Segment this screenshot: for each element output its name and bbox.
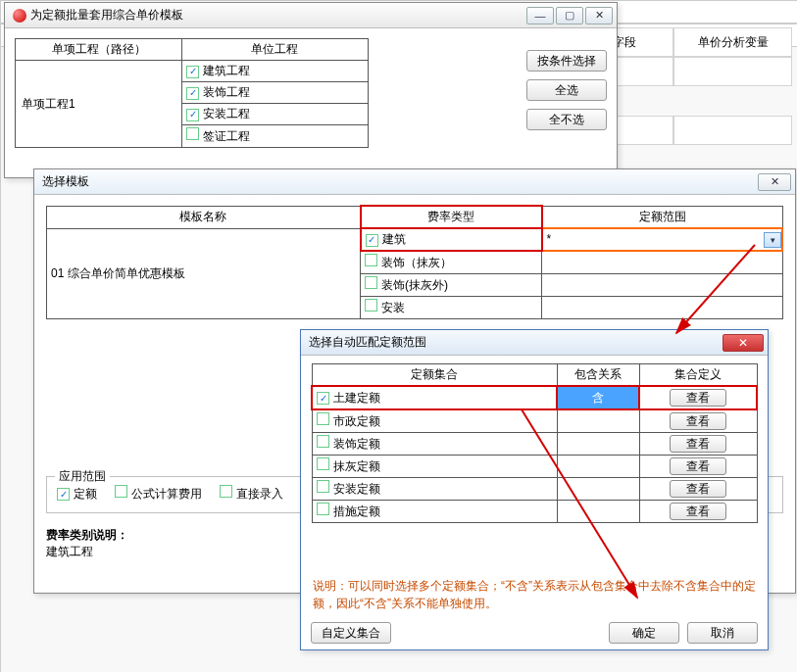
relation-cell[interactable] [557, 409, 639, 433]
scope-option[interactable]: ✓定额 [57, 486, 97, 503]
col-def-header: 集合定义 [639, 364, 757, 387]
col-rate-header: 费率类型 [361, 206, 542, 228]
def-cell: 查看 [639, 409, 757, 433]
rate-row[interactable]: 安装 [361, 297, 542, 319]
cancel-button[interactable]: 取消 [687, 622, 758, 644]
def-cell: 查看 [639, 456, 757, 478]
rate-row[interactable]: 装饰(抹灰外) [361, 274, 542, 297]
view-button[interactable]: 查看 [670, 457, 726, 475]
unit-row[interactable]: 签证工程 [182, 125, 369, 148]
scope-option[interactable]: 直接录入 [220, 485, 283, 503]
app-icon [13, 9, 26, 23]
view-button[interactable]: 查看 [670, 503, 726, 520]
col-path-header: 单项工程（路径） [16, 39, 182, 61]
def-cell: 查看 [639, 433, 757, 456]
view-button[interactable]: 查看 [670, 435, 726, 453]
scope-option[interactable]: 公式计算费用 [115, 485, 202, 503]
relation-cell[interactable]: 含 [557, 386, 639, 409]
note-label: 费率类别说明： [46, 528, 128, 542]
ok-button[interactable]: 确定 [609, 622, 679, 644]
checkbox-icon[interactable] [317, 435, 329, 448]
bg-cell [673, 57, 792, 86]
unit-row[interactable]: ✓安装工程 [182, 104, 369, 125]
checkbox-icon[interactable]: ✓ [317, 392, 329, 405]
bg-cell [673, 116, 792, 145]
set-row[interactable]: 抹灰定额 [312, 456, 557, 478]
relation-cell[interactable] [557, 501, 639, 523]
checkbox-icon[interactable] [365, 254, 377, 266]
checkbox-icon[interactable] [365, 276, 377, 289]
col-range-header: 定额范围 [542, 206, 783, 228]
relation-cell[interactable] [557, 456, 639, 478]
scope-legend: 应用范围 [55, 468, 110, 485]
checkbox-icon[interactable]: ✓ [186, 109, 199, 121]
dialog-footer: 自定义集合 确定 取消 [311, 618, 758, 644]
checkbox-icon[interactable] [317, 480, 329, 493]
col-name-header: 模板名称 [47, 206, 361, 228]
dialog-batch-template: 为定额批量套用综合单价模板 — ▢ ✕ 单项工程（路径） 单位工程 单项工程1 … [4, 2, 618, 178]
range-cell[interactable] [542, 251, 783, 274]
window-title: 选择自动匹配定额范围 [309, 334, 426, 351]
def-cell: 查看 [639, 386, 757, 409]
template-name-cell[interactable]: 01 综合单价简单优惠模板 [47, 228, 361, 319]
window-title: 选择模板 [42, 173, 89, 190]
checkbox-icon[interactable] [317, 503, 329, 515]
range-table: 定额集合 包含关系 集合定义 ✓土建定额 含 查看 市政定额 查看 装饰定额 查… [311, 363, 758, 523]
view-button[interactable]: 查看 [670, 412, 726, 430]
filter-select-button[interactable]: 按条件选择 [526, 50, 607, 72]
checkbox-icon[interactable]: ✓ [186, 87, 199, 100]
def-cell: 查看 [639, 478, 757, 501]
path-cell: 单项工程1 [16, 61, 182, 148]
dialog-select-range: 选择自动匹配定额范围 ✕ 定额集合 包含关系 集合定义 ✓土建定额 含 查看 市… [300, 329, 769, 650]
col-rel-header: 包含关系 [557, 364, 639, 387]
description-text: 说明：可以同时选择多个定额集合；“不含”关系表示从包含集合中去除不含集合中的定额… [313, 577, 756, 612]
view-button[interactable]: 查看 [670, 480, 726, 498]
def-cell: 查看 [639, 501, 757, 523]
titlebar[interactable]: 为定额批量套用综合单价模板 — ▢ ✕ [5, 3, 617, 28]
rate-row[interactable]: 装饰（抹灰） [361, 251, 542, 274]
checkbox-icon[interactable] [365, 299, 377, 312]
view-button[interactable]: 查看 [670, 389, 726, 407]
set-row[interactable]: 装饰定额 [312, 433, 557, 456]
close-button[interactable]: ✕ [722, 334, 764, 352]
relation-cell[interactable] [557, 433, 639, 456]
window-title: 为定额批量套用综合单价模板 [30, 7, 183, 24]
bg-header-var: 单价分析变量 [673, 27, 792, 57]
checkbox-icon[interactable] [186, 127, 199, 140]
custom-set-button[interactable]: 自定义集合 [311, 622, 391, 644]
unit-row[interactable]: ✓装饰工程 [182, 82, 369, 104]
range-cell[interactable] [542, 274, 783, 297]
close-button[interactable]: ✕ [585, 7, 613, 24]
rate-row[interactable]: ✓建筑 [361, 228, 542, 251]
select-all-button[interactable]: 全选 [526, 79, 607, 101]
range-cell[interactable] [542, 297, 783, 319]
maximize-button[interactable]: ▢ [556, 7, 583, 24]
set-row[interactable]: 市政定额 [312, 409, 557, 433]
relation-cell[interactable] [557, 478, 639, 501]
checkbox-icon[interactable] [317, 457, 329, 470]
checkbox-icon[interactable]: ✓ [366, 234, 378, 247]
set-row[interactable]: 安装定额 [312, 478, 557, 501]
checkbox-icon[interactable] [220, 485, 232, 498]
select-none-button[interactable]: 全不选 [526, 109, 607, 130]
checkbox-icon[interactable] [317, 412, 329, 425]
set-row[interactable]: ✓土建定额 [312, 386, 557, 409]
range-cell[interactable]: * ▾ [542, 228, 783, 251]
titlebar[interactable]: 选择模板 ✕ [34, 169, 795, 195]
checkbox-icon[interactable]: ✓ [186, 66, 199, 78]
template-table: 模板名称 费率类型 定额范围 01 综合单价简单优惠模板 ✓建筑 * ▾ 装饰（… [46, 205, 783, 319]
checkbox-icon[interactable] [115, 485, 127, 498]
project-table: 单项工程（路径） 单位工程 单项工程1 ✓建筑工程 ✓装饰工程 ✓安装工程 签证… [15, 38, 369, 148]
titlebar[interactable]: 选择自动匹配定额范围 ✕ [301, 330, 768, 356]
range-dropdown-button[interactable]: ▾ [764, 232, 781, 248]
col-unit-header: 单位工程 [182, 39, 369, 61]
checkbox-icon[interactable]: ✓ [57, 488, 70, 501]
unit-row[interactable]: ✓建筑工程 [182, 61, 369, 82]
minimize-button[interactable]: — [526, 7, 554, 24]
close-button[interactable]: ✕ [758, 173, 791, 191]
col-set-header: 定额集合 [312, 364, 557, 387]
set-row[interactable]: 措施定额 [312, 501, 557, 523]
